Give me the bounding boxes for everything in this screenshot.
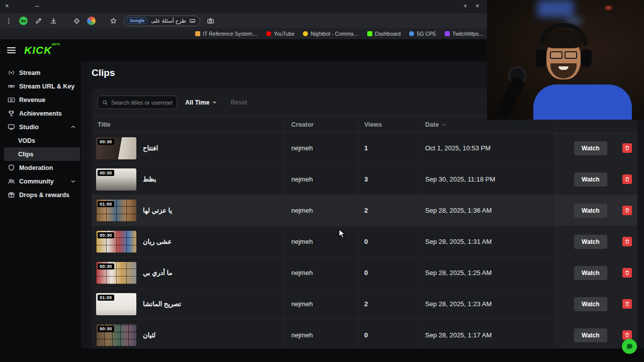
clip-title: ما أدري بي <box>143 269 172 277</box>
bookmark-nightbot[interactable]: Nightbot - Comma… <box>303 31 359 37</box>
bookmark-favicon <box>266 31 271 36</box>
profile-avatar[interactable] <box>87 17 96 25</box>
search-box[interactable] <box>98 96 177 109</box>
community-people-icon <box>8 177 15 185</box>
watch-button[interactable]: Watch <box>574 141 607 155</box>
watch-button[interactable]: Watch <box>574 266 607 280</box>
clip-title: بظط <box>143 175 156 183</box>
clips-table-card: All Time Reset Title Creator Views Date … <box>92 88 637 348</box>
header-views: Views <box>358 117 419 132</box>
sidebar-item-vods[interactable]: VODs <box>0 134 81 147</box>
webcam-person-torso <box>533 84 632 120</box>
trash-icon <box>624 301 630 307</box>
watch-button[interactable]: Watch <box>574 297 607 311</box>
trash-icon <box>624 208 630 213</box>
delete-button[interactable] <box>622 237 632 246</box>
clip-title: تصريح الماتشا <box>143 300 181 308</box>
sidebar-item-community[interactable]: Community <box>0 174 81 188</box>
delete-button[interactable] <box>622 174 632 184</box>
bookmark-dashboard[interactable]: Dashboard <box>367 31 400 37</box>
clip-thumbnail[interactable]: 00:30 <box>96 231 136 253</box>
sidebar-item-studio[interactable]: Studio <box>0 120 81 134</box>
duration-badge: 00:30 <box>98 232 114 238</box>
watch-button[interactable]: Watch <box>574 235 607 249</box>
screenshot-camera-icon[interactable] <box>206 16 215 25</box>
support-chat-bubble[interactable] <box>622 339 637 354</box>
tab-close-icon[interactable]: × <box>475 2 479 10</box>
time-filter-dropdown[interactable]: All Time <box>185 99 217 106</box>
clip-thumbnail[interactable]: 01:00 <box>96 293 136 315</box>
watch-button[interactable]: Watch <box>574 172 607 187</box>
clip-date: Sep 28, 2025, 1:23 AM <box>419 289 554 319</box>
delete-button[interactable] <box>622 299 632 309</box>
delete-button[interactable] <box>622 206 632 215</box>
clip-thumbnail[interactable]: 01:00 <box>96 200 136 222</box>
bookmark-it-reference[interactable]: IT Reference System… <box>195 31 258 37</box>
sidebar-item-label: Revenue <box>19 97 45 104</box>
bookmark-favicon <box>195 31 200 36</box>
webcam-headphone-cup <box>536 49 546 67</box>
watch-button[interactable]: Watch <box>574 328 607 342</box>
bookmark-youtube[interactable]: YouTube <box>266 31 294 37</box>
bookmark-twitch[interactable]: Twitchhttps… <box>445 31 484 37</box>
sidebar-item-stream-url-key[interactable]: Stream URL & Key <box>0 79 81 93</box>
clip-creator: nejmeh <box>285 257 358 288</box>
sidebar-item-label: Clips <box>18 151 34 158</box>
hamburger-menu-icon[interactable] <box>7 47 16 53</box>
bookmark-label: Twitchhttps… <box>452 31 484 37</box>
bookmark-5g-cpe[interactable]: 5G CPE <box>409 31 436 37</box>
reset-button[interactable]: Reset <box>230 99 247 106</box>
sidebar-item-label: Studio <box>19 124 39 131</box>
sidebar-item-drops-rewards[interactable]: Drops & rewards <box>0 188 81 202</box>
new-tab-icon[interactable]: + <box>463 2 467 10</box>
shield-icon <box>8 164 15 171</box>
sidebar-item-moderation[interactable]: Moderation <box>0 161 81 174</box>
address-bar[interactable]: Google طرح أسئلة على <box>124 16 200 26</box>
search-input[interactable] <box>111 100 173 106</box>
compose-pen-icon[interactable] <box>34 16 43 25</box>
webcam-led-light <box>606 7 611 9</box>
kick-logo[interactable]: KICKBETA <box>24 44 60 56</box>
sidebar-item-achievements[interactable]: Achievements <box>0 107 81 120</box>
window-minimize-icon[interactable]: – <box>35 2 39 10</box>
sidebar-item-label: Stream <box>19 69 40 76</box>
kick-logo-text: KICK <box>24 44 52 56</box>
extensions-puzzle-icon[interactable] <box>72 16 81 25</box>
banknote-icon <box>8 96 15 104</box>
webcam-headphones-band <box>539 23 588 45</box>
sidebar-item-revenue[interactable]: Revenue <box>0 93 81 107</box>
clip-views: 0 <box>358 320 419 348</box>
delete-button[interactable] <box>622 330 632 340</box>
clip-views: 1 <box>358 133 419 163</box>
watch-button[interactable]: Watch <box>574 204 607 218</box>
bookmark-label: YouTube <box>274 31 294 37</box>
sidebar-item-label: Achievements <box>19 110 62 117</box>
page-title: Clips <box>92 67 115 78</box>
keyboard-icon[interactable] <box>189 18 196 24</box>
table-body: 00:30 افتتاح nejmeh 1 Oct 1, 2025, 10:53… <box>92 133 637 348</box>
clip-date: Sep 28, 2025, 1:17 AM <box>419 320 554 348</box>
chevron-up-icon <box>69 123 77 131</box>
clip-thumbnail[interactable]: 00:30 <box>96 324 136 346</box>
clip-date: Sep 30, 2025, 11:18 PM <box>419 164 554 195</box>
menu-dots-icon[interactable] <box>4 16 13 25</box>
delete-button[interactable] <box>622 143 632 153</box>
delete-button[interactable] <box>622 268 632 278</box>
clip-thumbnail[interactable]: 00:30 <box>96 168 136 191</box>
clip-thumbnail[interactable]: 00:30 <box>96 137 136 159</box>
bookmark-star-icon[interactable] <box>109 16 118 25</box>
table-row: 00:30 بظط nejmeh 3 Sep 30, 2025, 11:18 P… <box>92 164 637 195</box>
account-avatar-badge[interactable]: Ba <box>19 17 28 25</box>
table-row: 00:30 لثيان nejmeh 0 Sep 28, 2025, 1:17 … <box>92 320 637 348</box>
sidebar-item-stream[interactable]: Stream <box>0 66 81 79</box>
clip-thumbnail[interactable]: 00:30 <box>96 262 136 284</box>
download-icon[interactable] <box>49 16 58 25</box>
sidebar-item-label: Drops & rewards <box>19 192 69 199</box>
window-close-icon[interactable]: × <box>5 2 9 10</box>
gift-icon <box>8 191 15 199</box>
clip-creator: nejmeh <box>285 133 358 163</box>
clip-date: Sep 28, 2025, 1:31 AM <box>419 226 554 257</box>
sidebar-item-clips[interactable]: Clips <box>4 147 80 161</box>
address-bar-query: طرح أسئلة على <box>151 18 186 24</box>
sort-ascending-icon <box>441 122 446 127</box>
